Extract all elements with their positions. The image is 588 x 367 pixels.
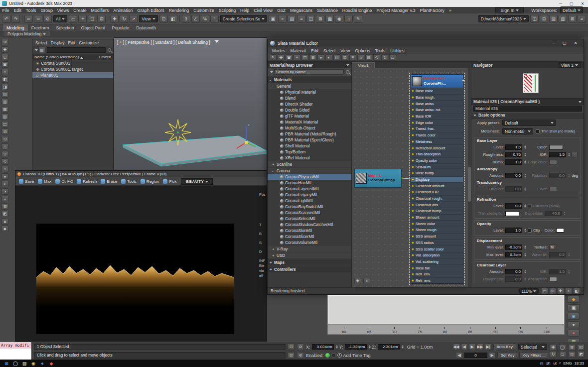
- browser-item[interactable]: CoronaSelectMtl: [268, 216, 351, 222]
- input-socket-icon[interactable]: [412, 210, 414, 212]
- base-color-swatch[interactable]: [549, 145, 563, 150]
- taskbar-app-icon[interactable]: ●: [38, 360, 47, 367]
- base-level-field[interactable]: 1.0: [505, 144, 522, 150]
- pivot-tool-icon[interactable]: ⊡: [159, 15, 168, 23]
- node-slot[interactable]: Base aniso.: [411, 100, 463, 107]
- input-socket-icon[interactable]: [412, 191, 414, 193]
- playback-button[interactable]: ▶|: [485, 344, 492, 350]
- toolbar-icon[interactable]: ≈: [278, 15, 287, 23]
- spinner[interactable]: [524, 228, 526, 233]
- apply-preset-dropdown[interactable]: Default: [502, 120, 556, 126]
- layer-tool-icon[interactable]: ⊞: [540, 15, 548, 23]
- clearcoat-ior-field[interactable]: 1.5: [549, 269, 566, 274]
- slate-tool-icon[interactable]: ≡: [349, 54, 356, 61]
- current-frame-field[interactable]: 0: [464, 353, 487, 358]
- workspaces-dropdown[interactable]: Default: [560, 6, 583, 14]
- refraction-level-field[interactable]: 0.0: [505, 203, 522, 209]
- perspective-viewport[interactable]: z [ + ] [ Perspective ] [ Standard ] [ D…: [114, 37, 267, 170]
- tool-icon[interactable]: ⌖: [1, 69, 8, 75]
- name-column-header[interactable]: Name (Sorted Ascending): [34, 55, 79, 59]
- add-time-tag-button[interactable]: Add Time Tag: [343, 353, 371, 358]
- clearcoat-amount-field[interactable]: 0.0: [505, 269, 522, 274]
- layer-tool-icon[interactable]: ▤: [549, 15, 558, 23]
- taskbar-app-icon[interactable]: ◯: [11, 360, 20, 367]
- node-slot[interactable]: Refl. env.: [411, 271, 463, 277]
- isolate-selection-icon[interactable]: ⊡: [288, 344, 294, 350]
- previous-frame-button[interactable]: ◀: [456, 352, 463, 359]
- viewport-nav-icon[interactable]: ↻: [550, 351, 557, 358]
- view-tool-icon[interactable]: ✚: [557, 288, 564, 294]
- node-slot[interactable]: SSS scatter color: [411, 245, 463, 252]
- browser-item[interactable]: glTF Material: [268, 113, 351, 119]
- input-socket-icon[interactable]: [412, 197, 414, 200]
- canvas-tool-icon[interactable]: ✚: [354, 278, 361, 284]
- basic-options-section[interactable]: Basic options: [471, 112, 584, 119]
- input-socket-icon[interactable]: [412, 229, 414, 231]
- view-tool-icon[interactable]: ◧: [573, 288, 580, 294]
- node-canvas[interactable]: Map #1 CoronaBitmap Material #25 CoronaP…: [352, 68, 471, 287]
- browser-item[interactable]: Multi/Sub-Object: [268, 125, 351, 131]
- enabled-toggle-on-icon[interactable]: [325, 353, 330, 358]
- node-slot[interactable]: Self-illum.: [411, 163, 463, 170]
- browser-item[interactable]: CoronaSlicerMtl: [268, 234, 351, 240]
- spinner[interactable]: [524, 144, 526, 150]
- panel-icon[interactable]: ◉: [568, 313, 580, 320]
- snap-toggle-icon[interactable]: °: [210, 15, 219, 23]
- slate-tool-icon[interactable]: ◐: [325, 54, 332, 61]
- tool-icon[interactable]: △: [1, 143, 8, 150]
- clock[interactable]: 18:33: [574, 361, 584, 366]
- ribbon-tab[interactable]: Object Paint: [78, 24, 109, 31]
- tool-icon[interactable]: ≡: [1, 196, 8, 202]
- transform-tool-icon[interactable]: ↻: [120, 15, 128, 23]
- displacement-texture-button[interactable]: M: [549, 245, 555, 250]
- browser-item[interactable]: DirectX Shader: [268, 101, 351, 107]
- corona-render-canvas[interactable]: PosTBSDINFBleviaeff: [15, 186, 267, 341]
- explorer-menu-item[interactable]: Edit: [67, 40, 77, 45]
- node-slot[interactable]: Clearcoat rough.: [411, 195, 463, 202]
- snap-toggle-icon[interactable]: 3: [182, 15, 190, 23]
- tray-expand-icon[interactable]: ^: [559, 361, 561, 366]
- menu-item[interactable]: Create: [71, 8, 89, 13]
- water-level-field[interactable]: 0.5: [549, 252, 566, 257]
- browser-item[interactable]: PBR Material (Metal/Rough): [268, 131, 351, 137]
- layer-tool-icon[interactable]: ≡: [578, 15, 586, 23]
- input-socket-icon[interactable]: [412, 185, 414, 187]
- listener-script-line[interactable]: [0, 349, 31, 360]
- aniso-amount-field[interactable]: 0.0: [505, 173, 522, 178]
- gizmo-center[interactable]: [245, 141, 248, 144]
- browser-item[interactable]: + Maps: [268, 259, 351, 265]
- slate-menu-item[interactable]: Utilities: [388, 48, 407, 53]
- viewport-menu-icon[interactable]: [215, 40, 219, 45]
- next-frame-button[interactable]: ▶: [489, 352, 496, 359]
- browser-header[interactable]: Material/Map Browser: [268, 62, 351, 68]
- list-item[interactable]: ▱Plane001: [32, 72, 113, 78]
- minimize-icon[interactable]: ─: [555, 0, 566, 7]
- slate-tool-icon[interactable]: ↖: [270, 54, 277, 61]
- ior-field[interactable]: 1.5: [549, 152, 566, 157]
- slate-menu-item[interactable]: Tools: [373, 48, 388, 53]
- start-button[interactable]: ⊞: [2, 360, 11, 367]
- input-socket-icon[interactable]: [412, 242, 414, 244]
- playback-button[interactable]: ▶▶: [477, 344, 484, 350]
- spinner[interactable]: [524, 245, 526, 250]
- node-slot[interactable]: Thin absorption: [411, 151, 463, 157]
- browser-item[interactable]: CoronaHairMtl: [268, 180, 351, 186]
- render-element-dropdown[interactable]: BEAUTY: [181, 178, 213, 185]
- view-tool-icon[interactable]: ⌖: [565, 288, 572, 294]
- selection-filter-dropdown[interactable]: All: [53, 15, 67, 22]
- menu-item[interactable]: Graph Editors: [135, 8, 166, 13]
- tab-view1[interactable]: View1: [352, 62, 375, 68]
- input-socket-icon[interactable]: [412, 235, 414, 238]
- menu-item[interactable]: Scripting: [216, 8, 238, 13]
- opacity-color-swatch[interactable]: [556, 228, 564, 233]
- sign-in-button[interactable]: Sign In: [495, 7, 524, 14]
- browser-item[interactable]: MaterialX Material: [268, 119, 351, 125]
- snap-toggle-icon[interactable]: %: [201, 15, 209, 23]
- spinner[interactable]: [402, 344, 404, 350]
- tool-icon[interactable]: ⊡: [1, 136, 8, 142]
- menu-item[interactable]: File: [0, 8, 11, 13]
- toolbar-icon[interactable]: ◉: [335, 15, 343, 23]
- playback-button[interactable]: ▶: [469, 344, 476, 350]
- browser-item[interactable]: CoronaSkinMtl: [268, 228, 351, 234]
- browser-item[interactable]: XRef Material: [268, 155, 351, 161]
